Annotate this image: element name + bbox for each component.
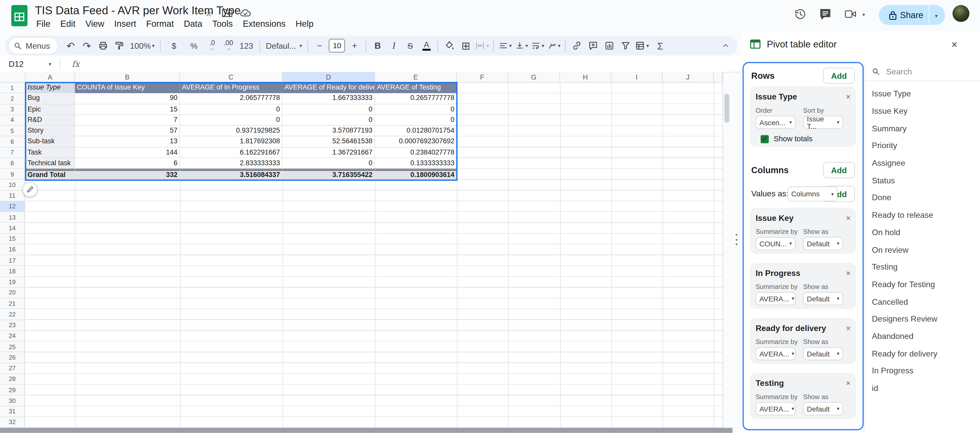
field-item[interactable]: Summary: [864, 120, 980, 137]
edit-pivot-button[interactable]: [22, 182, 37, 197]
row-header[interactable]: 31: [0, 406, 25, 417]
row-header[interactable]: 24: [0, 331, 25, 342]
row-header[interactable]: 7: [0, 147, 25, 158]
cell-c9[interactable]: 3.516084337: [180, 169, 282, 179]
cell-b8[interactable]: 6: [75, 158, 180, 169]
column-header-c[interactable]: C: [180, 72, 282, 83]
field-item[interactable]: Status: [864, 172, 980, 189]
cell-c3[interactable]: 0: [180, 104, 282, 115]
cell-a4[interactable]: R&D: [26, 115, 75, 126]
cell-e8[interactable]: 0.1333333333: [375, 158, 457, 169]
cell-c1[interactable]: AVERAGE of In Progress: [180, 83, 282, 93]
summarize-by-select[interactable]: AVERA...▾: [756, 347, 795, 360]
row-header[interactable]: 1: [0, 83, 25, 93]
row-header[interactable]: 26: [0, 352, 25, 363]
row-header[interactable]: 13: [0, 212, 25, 223]
borders-button[interactable]: ⊞: [458, 38, 473, 53]
column-header-b[interactable]: B: [75, 72, 180, 83]
decrease-font-size-button[interactable]: −: [312, 38, 327, 53]
move-folder-icon[interactable]: [222, 8, 233, 18]
add-rows-button[interactable]: Add: [823, 67, 855, 84]
remove-card-icon[interactable]: ×: [846, 213, 851, 223]
row-header[interactable]: 14: [0, 223, 25, 233]
remove-card-icon[interactable]: ×: [846, 323, 851, 333]
show-totals-checkbox[interactable]: ✓: [760, 135, 769, 143]
field-item[interactable]: Testing: [864, 258, 980, 276]
field-item[interactable]: id: [864, 379, 980, 397]
cell-a6[interactable]: Sub-task: [26, 136, 75, 147]
row-header[interactable]: 19: [0, 277, 25, 288]
cell-c4[interactable]: 0: [180, 115, 282, 126]
insert-chart-button[interactable]: [602, 38, 617, 53]
column-header-d[interactable]: D: [283, 72, 375, 83]
show-as-select[interactable]: Default▾: [803, 402, 843, 415]
cell-a9-grand-total[interactable]: Grand Total: [26, 169, 75, 179]
remove-card-icon[interactable]: ×: [846, 268, 851, 278]
column-header-e[interactable]: E: [375, 72, 457, 83]
menu-extensions[interactable]: Extensions: [238, 18, 291, 30]
column-header-f[interactable]: F: [457, 72, 508, 83]
cell-c7[interactable]: 6.162291667: [180, 147, 282, 158]
cell-b5[interactable]: 57: [75, 126, 180, 136]
insert-link-button[interactable]: [570, 38, 584, 53]
cell-a3[interactable]: Epic: [26, 104, 75, 115]
text-wrap-button[interactable]: ▾: [530, 38, 545, 53]
bold-button[interactable]: B: [370, 38, 385, 53]
cell-c6[interactable]: 1.817692308: [180, 136, 282, 147]
text-rotation-button[interactable]: A▾: [546, 38, 562, 53]
row-header[interactable]: 10: [0, 180, 25, 190]
more-formats-button[interactable]: 123: [237, 38, 256, 53]
field-item[interactable]: Issue Key: [864, 102, 980, 120]
cell-a5[interactable]: Story: [26, 126, 75, 136]
cell-d8[interactable]: 0: [283, 158, 375, 169]
column-header-g[interactable]: G: [508, 72, 560, 83]
summarize-by-select[interactable]: COUN...▾: [756, 237, 795, 251]
row-header[interactable]: 30: [0, 396, 25, 406]
name-box[interactable]: D12: [0, 59, 48, 69]
row-header[interactable]: 8: [0, 158, 25, 169]
field-item[interactable]: Ready for delivery: [864, 345, 980, 362]
cell-d5[interactable]: 3.570877193: [283, 126, 375, 136]
merge-cells-button[interactable]: ▾: [474, 38, 490, 53]
row-header[interactable]: 2: [0, 93, 25, 104]
menu-tools[interactable]: Tools: [207, 18, 238, 30]
cell-d3[interactable]: 0: [283, 104, 375, 115]
remove-card-icon[interactable]: ×: [846, 379, 851, 388]
video-call-icon[interactable]: [844, 7, 858, 21]
row-header[interactable]: 23: [0, 320, 25, 331]
column-header-h[interactable]: H: [560, 72, 611, 83]
cell-e9[interactable]: 0.1800903614: [375, 169, 457, 179]
functions-button[interactable]: Σ: [651, 38, 670, 53]
field-item[interactable]: Cancelled: [864, 293, 980, 310]
cell-d4[interactable]: 0: [283, 115, 375, 126]
format-percent-button[interactable]: %: [185, 38, 203, 53]
cell-e5[interactable]: 0.01280701754: [375, 126, 457, 136]
cell-e1[interactable]: AVERAGE of Testing: [375, 83, 457, 93]
row-header[interactable]: 4: [0, 115, 25, 126]
video-call-dropdown-arrow[interactable]: ▾: [862, 12, 865, 18]
field-item[interactable]: Done: [864, 189, 980, 206]
filter-views-button[interactable]: ▾: [635, 38, 649, 53]
row-header[interactable]: 11: [0, 190, 25, 201]
summarize-by-select[interactable]: AVERA...▾: [756, 292, 795, 305]
comment-icon[interactable]: [819, 7, 832, 21]
create-filter-button[interactable]: [619, 38, 633, 53]
cell-b1[interactable]: COUNTA of Issue Key: [75, 83, 180, 93]
column-header-a[interactable]: A: [26, 72, 75, 83]
format-currency-button[interactable]: $: [165, 38, 183, 53]
row-header[interactable]: 5: [0, 126, 25, 136]
add-columns-button[interactable]: Add: [823, 162, 855, 178]
row-header[interactable]: 29: [0, 385, 25, 395]
close-panel-icon[interactable]: ×: [951, 39, 957, 51]
share-dropdown-arrow[interactable]: ▾: [935, 13, 937, 19]
cell-a8[interactable]: Technical task: [26, 158, 75, 169]
row-header[interactable]: 15: [0, 233, 25, 244]
menu-data[interactable]: Data: [179, 18, 207, 30]
column-header-i[interactable]: I: [611, 72, 662, 83]
horizontal-align-button[interactable]: ▾: [498, 38, 513, 53]
field-item[interactable]: Designers Review: [864, 310, 980, 328]
row-header[interactable]: 25: [0, 342, 25, 352]
field-item[interactable]: In Progress: [864, 362, 980, 379]
vertical-scrollbar-thumb[interactable]: [724, 94, 730, 123]
row-header[interactable]: 9: [0, 169, 25, 179]
